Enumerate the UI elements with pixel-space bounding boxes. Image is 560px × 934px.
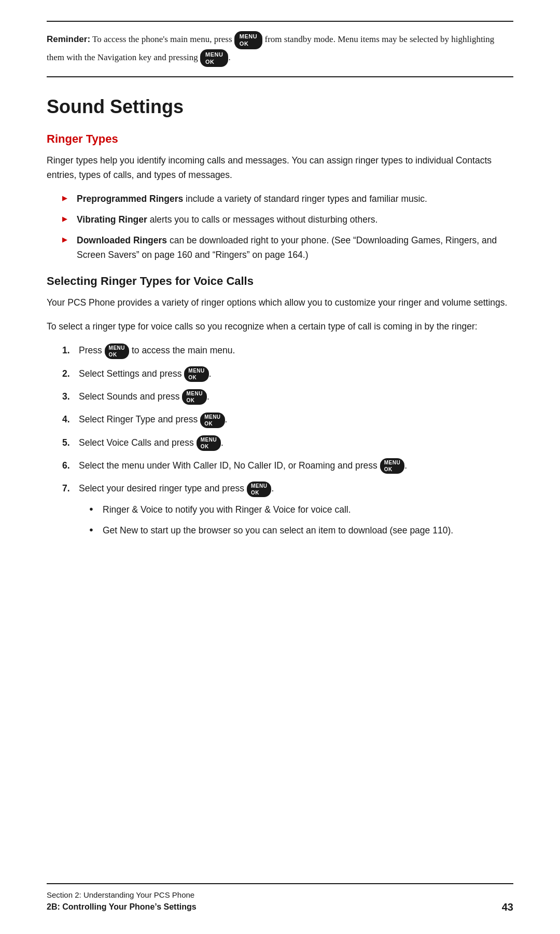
step-num-5: 5. [62,435,70,450]
footer-section-label: Section 2: Understanding Your PCS Phone [47,889,197,901]
footer-page-number: 43 [502,901,513,913]
step5-text-pre: Select [79,437,107,448]
step6-text-post: . [404,460,407,471]
list-item: Vibrating Ringer alerts you to calls or … [62,212,513,227]
step-num-3: 3. [62,389,70,404]
footer-chapter-label: 2B: Controlling Your Phone’s Settings [47,901,197,913]
selecting-ringer-heading: Selecting Ringer Types for Voice Calls [47,274,513,288]
step-num-4: 4. [62,412,70,427]
page-footer: Section 2: Understanding Your PCS Phone … [47,883,513,914]
list-item: 4. Select Ringer Type and press MENUOK. [62,412,513,428]
step3-text-pre: Select [79,391,107,402]
step3-text-post: . [207,391,209,402]
step2-bold: Settings [107,368,139,379]
ringer-types-intro: Ringer types help you identify incoming … [47,153,513,182]
sub-bullet-text-1: to notify you with Ringer & Voice for vo… [163,504,351,515]
sub-bullet-bold-2: Get New [103,525,138,535]
page-title: Sound Settings [47,96,513,118]
reminder-text3: . [228,52,230,62]
sub-bullet-text-2: to start up the browser so you can selec… [138,525,453,535]
list-item: 5. Select Voice Calls and press MENUOK. [62,435,513,451]
reminder-bold-label: Reminder: [47,34,90,44]
step3-btn: MENUOK [182,389,206,405]
steps-list: 1. Press MENUOK to access the main menu.… [62,343,513,538]
step6-bold2: No Caller ID [234,460,283,471]
list-item: Downloaded Ringers can be downloaded rig… [62,233,513,262]
step7-sub-list: Ringer & Voice to notify you with Ringer… [89,502,513,538]
step6-text-mid: and press [335,460,380,471]
list-item: 1. Press MENUOK to access the main menu. [62,343,513,359]
list-item: Get New to start up the browser so you c… [89,523,513,538]
step2-btn: MENUOK [184,366,208,382]
list-item: 3. Select Sounds and press MENUOK. [62,389,513,405]
bullet-text-2: alerts you to calls or messages without … [147,214,378,225]
step1-text-pre: Press [79,345,105,355]
step1-text-post: to access the main menu. [129,345,235,355]
list-item: 2. Select Settings and press MENUOK. [62,366,513,382]
step3-bold: Sounds [107,391,137,402]
bullet-bold-1: Preprogrammed Ringers [77,194,183,204]
step6-text-pre: Select the menu under [79,460,173,471]
step4-bold: Ringer Type [107,414,156,424]
step4-btn: MENUOK [200,413,225,428]
list-item: Preprogrammed Ringers include a variety … [62,191,513,206]
sub-bullet-bold-1: Ringer & Voice [103,504,163,515]
step-num-7: 7. [62,481,70,496]
step6-bold3: Roaming [299,460,335,471]
list-item: 7. Select your desired ringer type and p… [62,481,513,537]
step-num-2: 2. [62,366,70,381]
step1-btn: MENUOK [105,344,129,359]
step4-text-mid: and press [156,414,201,424]
reminder-box: Reminder: To access the phone's main men… [47,21,513,77]
bullet-text-1: include a variety of standard ringer typ… [183,194,427,204]
step3-text-mid: and press [137,391,183,402]
step7-text-post: . [271,483,274,493]
page: Reminder: To access the phone's main men… [0,0,560,934]
step-num-1: 1. [62,343,70,358]
list-item: 6. Select the menu under With Caller ID,… [62,458,513,474]
step6-sep1: , [229,460,234,471]
step7-btn: MENUOK [247,482,271,497]
step4-text-post: . [225,414,228,424]
ringer-types-list: Preprogrammed Ringers include a variety … [62,191,513,262]
step5-text-mid: and press [151,437,197,448]
menu-btn-2: MENUOK [200,49,228,67]
step5-text-post: . [221,437,223,448]
step2-text-pre: Select [79,368,107,379]
list-item: Ringer & Voice to notify you with Ringer… [89,502,513,517]
step4-text-pre: Select [79,414,107,424]
footer-left: Section 2: Understanding Your PCS Phone … [47,889,197,914]
step7-text-pre: Select your desired ringer type and pres… [79,483,247,493]
selecting-ringer-para2: To select a ringer type for voice calls … [47,319,513,334]
step2-text-post: . [209,368,212,379]
bullet-bold-3: Downloaded Ringers [77,235,167,245]
menu-btn-1: MENUOK [234,31,262,49]
step6-bold1: With Caller ID [173,460,229,471]
reminder-text1: To access the phone's main menu, press [90,34,234,44]
step5-bold: Voice Calls [107,437,152,448]
step5-btn: MENUOK [197,435,221,451]
ringer-types-heading: Ringer Types [47,132,513,146]
step6-sep2: , or [283,460,299,471]
step2-text-mid: and press [139,368,185,379]
step6-btn: MENUOK [380,458,404,474]
selecting-ringer-para1: Your PCS Phone provides a variety of rin… [47,295,513,310]
bullet-bold-2: Vibrating Ringer [77,214,147,225]
step-num-6: 6. [62,458,70,473]
